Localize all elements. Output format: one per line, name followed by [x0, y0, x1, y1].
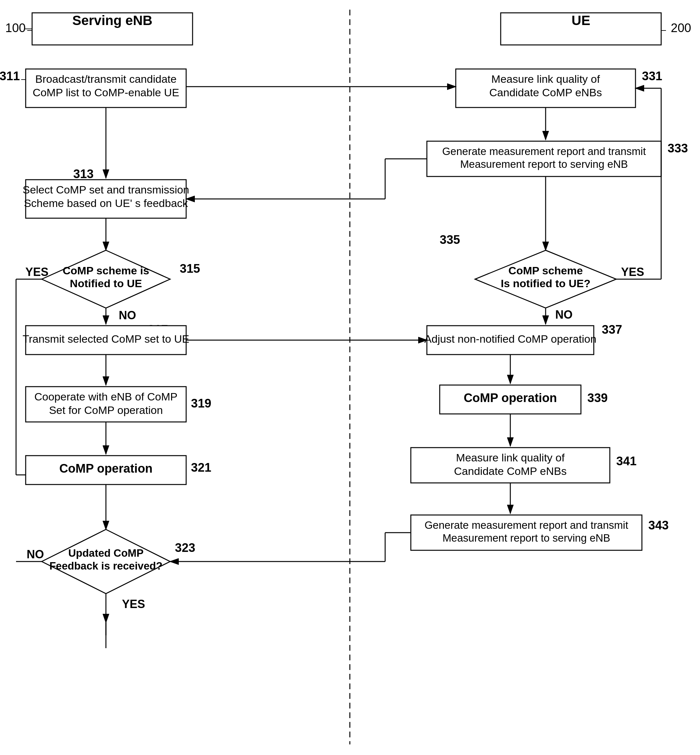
- node-321: CoMP operation: [59, 462, 153, 475]
- node-315-line2: Notified to UE: [70, 277, 142, 289]
- node-311-line2: CoMP list to CoMP-enable UE: [33, 86, 180, 98]
- node-341-line1: Measure link quality of: [456, 451, 565, 464]
- node-341-line2: Candidate CoMP eNBs: [454, 465, 567, 477]
- label-200: 200: [671, 21, 691, 35]
- node-343-line1: Generate measurement report and transmit: [425, 519, 628, 531]
- label-yes-335: YES: [621, 265, 644, 279]
- diagram-container: Serving eNB 100 UE 200 Broadcast/transmi…: [0, 0, 700, 755]
- label-335: 335: [440, 233, 460, 246]
- label-319: 319: [191, 396, 211, 410]
- label-311: 311: [0, 69, 20, 83]
- label-343: 343: [648, 518, 669, 532]
- label-323: 323: [175, 541, 195, 554]
- label-yes-323: YES: [122, 597, 145, 611]
- node-343-line2: Measurement report to serving eNB: [442, 532, 611, 544]
- serving-enb-title: Serving eNB: [72, 13, 152, 28]
- node-313-line2: Scheme based on UE' s feedback: [24, 197, 188, 209]
- label-333: 333: [667, 142, 688, 155]
- ue-title: UE: [572, 13, 590, 28]
- label-313: 313: [73, 167, 94, 181]
- label-315: 315: [180, 262, 200, 275]
- node-311-line1: Broadcast/transmit candidate: [35, 73, 177, 85]
- node-335-line1: CoMP scheme: [508, 264, 583, 276]
- node-331-line1: Measure link quality of: [491, 73, 600, 85]
- label-331: 331: [642, 69, 662, 83]
- node-333-line1: Generate measurement report and transmit: [442, 145, 646, 157]
- label-339: 339: [588, 391, 608, 405]
- node-331-line2: Candidate CoMP eNBs: [489, 86, 602, 98]
- node-323-line2: Feedback is received?: [49, 560, 162, 572]
- label-337: 337: [602, 323, 622, 336]
- node-339: CoMP operation: [464, 391, 557, 405]
- node-313-line1: Select CoMP set and transmission: [22, 184, 189, 196]
- node-323-line1: Updated CoMP: [68, 547, 144, 559]
- node-319-line1: Cooperate with eNB of CoMP: [34, 390, 178, 403]
- label-321: 321: [191, 461, 211, 474]
- label-yes-315: YES: [25, 265, 48, 279]
- node-315-line1: CoMP scheme is: [62, 264, 149, 276]
- node-333-line2: Measurement report to serving eNB: [460, 158, 628, 170]
- node-317: Transmit selected CoMP set to UE: [22, 333, 189, 345]
- label-no-323: NO: [27, 548, 44, 561]
- label-no-315: NO: [119, 309, 136, 322]
- node-337: Adjust non-notified CoMP operation: [424, 333, 596, 345]
- node-335-line2: Is notified to UE?: [501, 277, 591, 289]
- label-100: 100: [5, 21, 26, 35]
- node-319-line2: Set for CoMP operation: [49, 404, 163, 416]
- label-no-335: NO: [555, 308, 573, 321]
- label-341: 341: [616, 454, 636, 468]
